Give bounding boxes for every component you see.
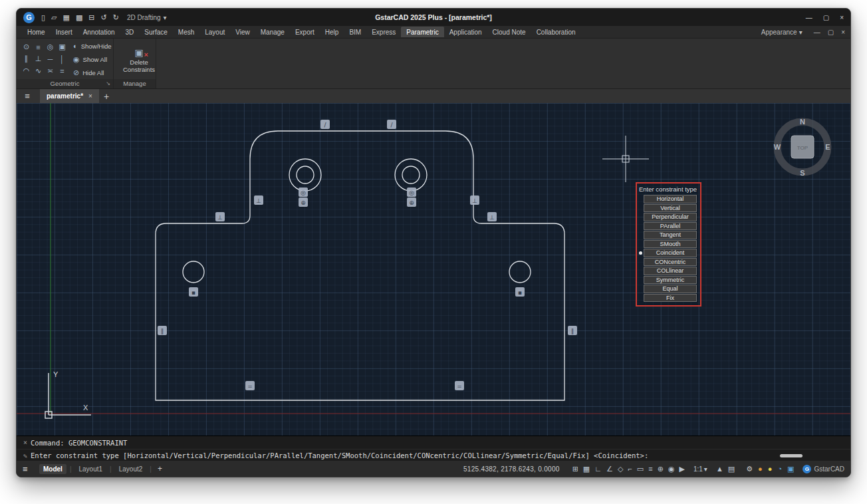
menu-tab-surface[interactable]: Surface [139, 27, 172, 37]
parallel-constraint-icon[interactable]: ∥ [21, 53, 32, 64]
command-prompt-row[interactable]: ✎ Enter constraint type [Horizontal/Vert… [17, 449, 850, 461]
menu-tab-home[interactable]: Home [22, 27, 51, 37]
constraint-badge-equal[interactable]: = [245, 381, 255, 390]
new-layout-icon[interactable]: + [155, 464, 165, 473]
dialog-launcher-icon[interactable]: ↘ [106, 79, 110, 88]
cursor-select-icon[interactable]: ▶ [679, 465, 684, 473]
viewcube-east-label[interactable]: E [825, 143, 830, 151]
settings-gear-icon[interactable]: ⚙ [746, 465, 753, 473]
close-command-icon[interactable]: × [20, 439, 31, 446]
polar-tracking-icon[interactable]: ∠ [606, 465, 613, 473]
menu-tab-cloud-note[interactable]: Cloud Note [487, 27, 531, 37]
perpendicular-constraint-icon[interactable]: ⊥ [33, 53, 44, 64]
file-tabs-menu-icon[interactable]: ≡ [19, 91, 35, 101]
new-tab-icon[interactable]: + [104, 91, 109, 102]
constraint-option-vertical[interactable]: Vertical [644, 204, 697, 213]
constraint-badge-coincident[interactable]: ⊕ [407, 197, 416, 207]
vertical-constraint-icon[interactable]: │ [57, 53, 68, 64]
close-button[interactable]: × [840, 14, 844, 21]
menu-tab-view[interactable]: View [230, 27, 255, 37]
constraint-badge-tangent[interactable]: / [387, 120, 396, 129]
open-folder-icon[interactable]: ▱ [51, 13, 57, 22]
symmetric-constraint-icon[interactable]: ≍ [45, 65, 56, 76]
constraint-option-fix[interactable]: Fix [644, 294, 697, 303]
tangent-constraint-icon[interactable]: ◠ [21, 65, 32, 76]
constraint-badge-perpendicular[interactable]: ⊥ [470, 195, 479, 205]
menu-tab-annotation[interactable]: Annotation [78, 27, 120, 37]
collinear-constraint-icon[interactable]: ≡ [33, 41, 44, 53]
fix-constraint-icon[interactable]: ▣ [57, 41, 68, 53]
viewcube-west-label[interactable]: W [774, 143, 781, 151]
maximize-button[interactable]: ▢ [823, 14, 829, 21]
otrack-icon[interactable]: ⌐ [628, 465, 632, 473]
selection-cycling-icon[interactable]: ⊕ [658, 465, 664, 473]
concentric-constraint-icon[interactable]: ◎ [45, 41, 56, 53]
constraint-badge-parallel[interactable]: ∥ [568, 326, 577, 335]
appearance-dropdown[interactable]: Appearance [761, 29, 797, 36]
constraint-badge-center[interactable]: ▪ [189, 287, 198, 297]
snap-icon[interactable]: ▦ [583, 465, 590, 473]
menu-tab-bim[interactable]: BIM [344, 27, 366, 37]
constraint-option-smooth[interactable]: SMooth [644, 240, 697, 249]
menu-tab-parametric[interactable]: Parametric [401, 27, 443, 37]
app-logo-icon[interactable]: G [23, 12, 35, 23]
constraint-option-equal[interactable]: Equal [644, 285, 697, 293]
minimize-button[interactable]: — [806, 14, 812, 21]
constraint-badge-perpendicular[interactable]: ⊥ [215, 212, 225, 221]
osnap-icon[interactable]: ◇ [618, 465, 623, 473]
viewcube-south-label[interactable]: S [800, 169, 805, 177]
status-menu-icon[interactable]: ≡ [23, 464, 36, 474]
plot-icon[interactable]: ⊟ [88, 13, 94, 22]
constraint-badge-perpendicular[interactable]: ⊥ [487, 212, 497, 221]
constraint-option-symmetric[interactable]: Symmetric [644, 276, 697, 285]
menu-tab-export[interactable]: Export [290, 27, 320, 37]
right-side-hole[interactable] [509, 261, 531, 283]
viewcube-north-label[interactable]: N [800, 118, 805, 126]
menu-tab-manage[interactable]: Manage [255, 27, 290, 37]
menu-tab-insert[interactable]: Insert [51, 27, 78, 37]
new-file-icon[interactable]: ▯ [41, 13, 45, 22]
touch-mode-icon[interactable]: ● [758, 465, 763, 473]
constraint-badge-perpendicular[interactable]: ⊥ [254, 195, 263, 205]
menu-tab-collaboration[interactable]: Collaboration [531, 27, 581, 37]
menu-tab-mesh[interactable]: Mesh [173, 27, 199, 37]
ortho-icon[interactable]: ∟ [594, 465, 602, 473]
doc-restore-button[interactable]: ▢ [828, 29, 834, 36]
left-boss-circles[interactable] [289, 159, 321, 191]
drawing-canvas[interactable]: / / ◎ ⊕ ◎ ⊕ ⊥ ⊥ ⊥ ⊥ ▪ ▪ ∥ ∥ = = [17, 103, 850, 436]
document-tab-parametric[interactable]: parametric* × [40, 89, 99, 103]
constraint-badge-coincident[interactable]: ⊕ [299, 197, 308, 207]
command-scrollbar-thumb[interactable] [780, 454, 803, 457]
annotation-visibility-icon[interactable]: ▲ [716, 465, 723, 473]
menu-tab-help[interactable]: Help [320, 27, 344, 37]
lineweight-icon[interactable]: ≡ [648, 465, 652, 473]
constraint-badge-equal[interactable]: = [455, 381, 464, 390]
part-outline[interactable] [156, 131, 564, 400]
grid-icon[interactable]: ⊞ [572, 465, 578, 473]
redo-icon[interactable]: ↻ [113, 13, 119, 22]
constraint-option-tangent[interactable]: Tangent [644, 231, 697, 239]
save-icon[interactable]: ▦ [63, 13, 70, 22]
horizontal-constraint-icon[interactable]: ─ [45, 53, 56, 64]
layout2-tab[interactable]: Layout2 [115, 464, 147, 474]
constraint-option-parallel[interactable]: PArallel [644, 222, 697, 231]
constraint-badge-tangent[interactable]: / [320, 120, 330, 129]
workspace-switcher[interactable]: 2D Drafting ▾ [127, 14, 167, 21]
left-side-hole[interactable] [183, 261, 204, 283]
constraint-badge-center[interactable]: ▪ [515, 287, 525, 297]
constraint-badge-parallel[interactable]: ∥ [158, 326, 167, 335]
browser-icon[interactable]: ▣ [787, 465, 794, 473]
equal-constraint-icon[interactable]: = [57, 65, 68, 76]
constraint-badge-concentric[interactable]: ◎ [407, 188, 416, 197]
autoscale-icon[interactable]: ▤ [728, 465, 735, 473]
delete-constraints-button[interactable]: ▣ × Delete Constraints [118, 47, 160, 74]
menu-tab-3d[interactable]: 3D [120, 27, 140, 37]
undo-icon[interactable]: ↺ [101, 13, 107, 22]
menu-tab-express[interactable]: Express [366, 27, 401, 37]
hide-all-button[interactable]: ⊘ Hide All [73, 68, 112, 77]
annotation-scale-control[interactable]: 1:1 ▾ [693, 465, 707, 473]
menu-tab-layout[interactable]: Layout [199, 27, 230, 37]
view-cube[interactable]: TOP N W E S [772, 116, 833, 178]
right-boss-circles[interactable] [395, 159, 427, 191]
constraint-option-horizontal[interactable]: Horizontal [644, 195, 697, 203]
